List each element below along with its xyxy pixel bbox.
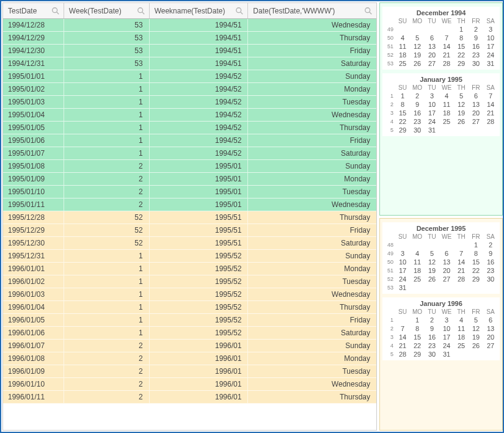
calendar-day[interactable]: 7 [396, 325, 409, 332]
calendar-day[interactable]: 11 [440, 101, 453, 108]
calendar-day[interactable]: 28 [396, 351, 409, 358]
calendar-day[interactable]: 20 [469, 109, 483, 117]
calendar-day[interactable]: 30 [425, 351, 439, 358]
calendar-day[interactable]: 11 [455, 325, 468, 332]
calendar-day[interactable]: 22 [396, 118, 409, 125]
col-header-week[interactable]: Week(TestDate) [64, 3, 150, 18]
calendar-day[interactable]: 29 [469, 275, 483, 283]
calendar-day[interactable]: 6 [440, 250, 453, 257]
calendar-day[interactable]: 26 [411, 60, 424, 67]
search-icon[interactable] [51, 7, 60, 15]
table-row[interactable]: 1995/01/0211994/52Monday [3, 83, 376, 96]
calendar-day[interactable]: 26 [469, 342, 483, 349]
calendar-day[interactable]: 2 [425, 316, 439, 324]
calendar-day[interactable]: 10 [484, 34, 497, 42]
calendar-day[interactable]: 20 [440, 267, 453, 274]
calendar-day[interactable]: 4 [396, 34, 409, 42]
table-row[interactable]: 1996/01/0921996/01Tuesday [3, 365, 376, 378]
col-header-weekname[interactable]: Weekname(TestDate) [150, 3, 249, 18]
calendar-day[interactable]: 11 [396, 43, 409, 50]
calendar-day[interactable]: 14 [396, 333, 409, 341]
calendar-day[interactable]: 29 [455, 60, 468, 67]
calendar-day[interactable]: 21 [440, 51, 453, 59]
calendar-day[interactable]: 3 [425, 92, 439, 100]
calendar-day[interactable]: 4 [455, 316, 468, 324]
table-row[interactable]: 1996/01/0111995/52Monday [3, 263, 376, 275]
calendar-day[interactable]: 12 [411, 43, 424, 50]
calendar-day[interactable]: 19 [469, 333, 483, 341]
calendar-day[interactable]: 15 [455, 43, 468, 50]
calendar-day[interactable]: 19 [411, 51, 424, 59]
calendar-day[interactable]: 3 [484, 26, 497, 33]
table-row[interactable]: 1995/12/30521995/51Saturday [3, 237, 376, 250]
calendar-day[interactable]: 27 [440, 275, 453, 283]
calendar-day[interactable]: 2 [484, 241, 497, 249]
calendar-day[interactable]: 15 [469, 258, 483, 266]
calendar-day[interactable]: 13 [484, 325, 497, 332]
calendar-day[interactable]: 21 [396, 342, 409, 349]
calendar-day[interactable]: 22 [455, 51, 468, 59]
calendar-day[interactable]: 14 [455, 258, 468, 266]
calendar-day[interactable]: 22 [411, 342, 424, 349]
calendar-day[interactable]: 12 [455, 101, 468, 108]
calendar-day[interactable]: 22 [469, 267, 483, 274]
table-row[interactable]: 1996/01/0311995/52Wednesday [3, 288, 376, 301]
calendar-day[interactable]: 14 [440, 43, 453, 50]
calendar-day[interactable]: 24 [440, 342, 453, 349]
calendar-day[interactable]: 9 [484, 250, 497, 257]
calendar-day[interactable]: 31 [484, 60, 497, 67]
calendar-day[interactable]: 17 [425, 109, 439, 117]
table-row[interactable]: 1996/01/0411995/52Thursday [3, 301, 376, 314]
calendar-day[interactable]: 8 [411, 325, 424, 332]
table-row[interactable]: 1996/01/0211995/52Tuesday [3, 275, 376, 288]
calendar-day[interactable]: 30 [469, 60, 483, 67]
calendar-day[interactable]: 20 [484, 333, 497, 341]
table-row[interactable]: 1994/12/30531994/51Friday [3, 45, 376, 57]
calendar-day[interactable]: 4 [440, 92, 453, 100]
calendar-day[interactable]: 30 [411, 126, 424, 134]
calendar-day[interactable]: 5 [455, 92, 468, 100]
calendar-day[interactable]: 5 [411, 34, 424, 42]
table-row[interactable]: 1996/01/0821996/01Monday [3, 352, 376, 365]
calendar-day[interactable]: 19 [455, 109, 468, 117]
calendar-day[interactable]: 25 [396, 60, 409, 67]
search-icon[interactable] [235, 7, 244, 15]
calendar-day[interactable]: 6 [425, 34, 439, 42]
calendar-day[interactable]: 31 [396, 284, 409, 291]
calendar-day[interactable]: 8 [455, 34, 468, 42]
calendar-day[interactable]: 13 [440, 258, 453, 266]
calendar-day[interactable]: 5 [425, 250, 439, 257]
calendar-day[interactable]: 16 [411, 109, 424, 117]
calendar-day[interactable]: 9 [425, 325, 439, 332]
col-header-dateformat[interactable]: Date(TestDate,'WWWW') [248, 3, 376, 18]
calendar-day[interactable]: 15 [396, 109, 409, 117]
table-row[interactable]: 1995/12/28521995/51Thursday [3, 211, 376, 224]
calendar-day[interactable]: 23 [425, 342, 439, 349]
calendar-day[interactable]: 17 [484, 43, 497, 50]
calendar-day[interactable]: 13 [469, 101, 483, 108]
table-row[interactable]: 1996/01/0511995/52Friday [3, 314, 376, 327]
table-row[interactable]: 1994/12/29531994/51Thursday [3, 32, 376, 45]
calendar-day[interactable]: 24 [425, 118, 439, 125]
calendar-day[interactable]: 1 [411, 316, 424, 324]
table-row[interactable]: 1995/01/0711994/52Saturday [3, 147, 376, 160]
calendar-day[interactable]: 20 [425, 51, 439, 59]
calendar-day[interactable]: 29 [411, 351, 424, 358]
table-row[interactable]: 1995/01/1021995/01Tuesday [3, 186, 376, 198]
calendar-day[interactable]: 7 [484, 92, 497, 100]
calendar-day[interactable]: 27 [484, 342, 497, 349]
calendar-day[interactable]: 12 [469, 325, 483, 332]
table-row[interactable]: 1995/01/0411994/52Wednesday [3, 109, 376, 122]
table-row[interactable]: 1995/12/29521995/51Friday [3, 224, 376, 237]
calendar-day[interactable]: 6 [484, 316, 497, 324]
calendar-day[interactable]: 27 [469, 118, 483, 125]
calendar-day[interactable]: 26 [425, 275, 439, 283]
calendar-day[interactable]: 16 [484, 258, 497, 266]
calendar-day[interactable]: 9 [469, 34, 483, 42]
calendar-day[interactable]: 25 [455, 342, 468, 349]
calendar-day[interactable]: 8 [396, 101, 409, 108]
calendar-day[interactable]: 1 [469, 241, 483, 249]
calendar-day[interactable]: 24 [396, 275, 409, 283]
calendar-day[interactable]: 3 [440, 316, 453, 324]
table-row[interactable]: 1995/01/0611994/52Friday [3, 134, 376, 147]
